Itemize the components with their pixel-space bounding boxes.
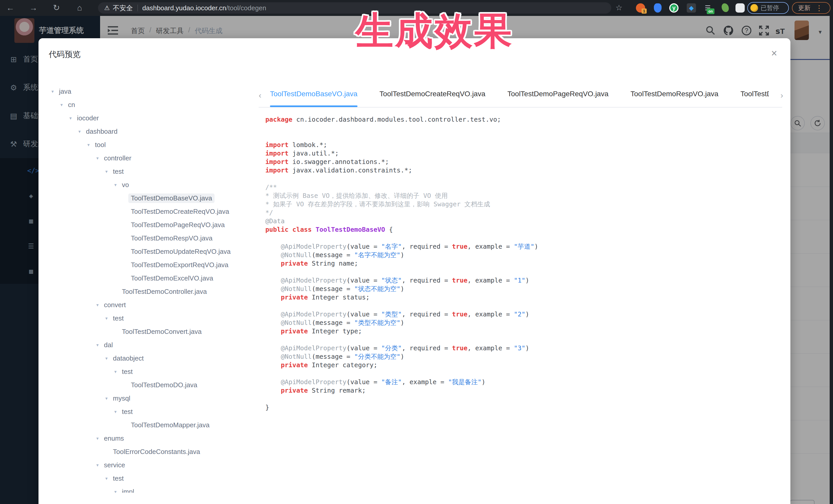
tree-folder[interactable]: ▼dashboard (49, 125, 262, 138)
tree-file[interactable]: ToolErrorCodeConstants.java (49, 445, 262, 458)
tree-expand-caret-icon[interactable]: ▼ (67, 116, 74, 120)
extensions-puzzle-icon[interactable] (736, 3, 745, 13)
tree-expand-caret-icon[interactable]: ▼ (103, 316, 110, 320)
tree-node-label: ToolTestDemoPageReqVO.java (128, 220, 228, 230)
tree-folder[interactable]: ▼test (49, 472, 262, 485)
code-line: import lombok.*; (265, 141, 781, 149)
extension-icon[interactable]: ◆ (687, 3, 696, 13)
tree-expand-caret-icon[interactable]: ▼ (85, 143, 92, 147)
code-line: import javax.validation.constraints.*; (265, 166, 781, 174)
code-line: @NotNull(message = "名字不能为空") (265, 251, 781, 259)
tree-file[interactable]: ToolTestDemoExportReqVO.java (49, 258, 262, 271)
browser-back-icon[interactable]: ← (5, 0, 16, 16)
tree-expand-caret-icon[interactable]: ▼ (94, 303, 101, 307)
tree-node-label: cn (66, 100, 77, 110)
tree-node-label: ToolTestDemoUpdateReqVO.java (128, 247, 233, 256)
tree-file[interactable]: ToolTestDemoMapper.java (49, 418, 262, 432)
browser-scrollbar-strip[interactable] (830, 16, 833, 504)
code-line: @ApiModelProperty(value = "类型", required… (265, 310, 781, 318)
tree-folder[interactable]: ▼test (49, 312, 262, 325)
tree-node-label: ToolTestDemoExportReqVO.java (128, 260, 231, 270)
address-bar[interactable]: ⚠ 不安全 dashboard.yudao.iocoder.cn /tool/c… (98, 2, 611, 14)
tree-expand-caret-icon[interactable]: ▼ (94, 463, 101, 467)
code-line: public class ToolTestDemoBaseVO { (265, 225, 781, 234)
file-tab[interactable]: ToolTestDemoBaseVO.java (270, 84, 357, 107)
browser-menu-icon[interactable]: ⋮ (815, 4, 823, 12)
tree-expand-caret-icon[interactable]: ▼ (76, 129, 84, 134)
tree-expand-caret-icon[interactable]: ▼ (103, 476, 110, 481)
file-tab[interactable]: ToolTestDemoCreateReqVO.java (380, 84, 485, 107)
tree-folder[interactable]: ▼test (49, 365, 262, 378)
code-line (265, 335, 781, 344)
extension-icon[interactable] (722, 3, 729, 12)
file-tab[interactable]: ToolTestDemoRespVO.java (630, 84, 718, 107)
tree-file[interactable]: ToolTestDemoPageReqVO.java (49, 218, 262, 232)
tabs-scroll-right-icon[interactable]: › (780, 91, 783, 100)
not-secure-label: 不安全 (113, 4, 133, 13)
tree-folder[interactable]: ▼test (49, 165, 262, 178)
tree-folder[interactable]: ▼mysql (49, 391, 262, 405)
tree-folder[interactable]: ▼vo (49, 178, 262, 191)
tree-expand-caret-icon[interactable]: ▼ (103, 396, 110, 401)
tree-node-label: test (110, 167, 126, 176)
tree-folder[interactable]: ▼service (49, 458, 262, 472)
tree-file[interactable]: ToolTestDemoUpdateReqVO.java (49, 245, 262, 258)
code-preview-dialog: 代码预览 × ▼java▼cn▼iocoder▼dashboard▼tool▼c… (39, 38, 790, 504)
tree-file[interactable]: ToolTestDemoCreateReqVO.java (49, 205, 262, 218)
tree-folder[interactable]: ▼impl (49, 485, 262, 493)
tree-expand-caret-icon[interactable]: ▼ (103, 169, 110, 174)
tree-folder[interactable]: ▼controller (49, 151, 262, 165)
tree-file[interactable]: ToolTestDemoConvert.java (49, 325, 262, 338)
tree-file[interactable]: ToolTestDemoController.java (49, 285, 262, 298)
dialog-close-icon[interactable]: × (771, 47, 777, 59)
tree-folder[interactable]: ▼cn (49, 98, 262, 111)
browser-home-icon[interactable]: ⌂ (74, 0, 85, 16)
file-tabs: ToolTestDemoBaseVO.javaToolTestDemoCreat… (270, 84, 769, 107)
code-line: @NotNull(message = "类型不能为空") (265, 318, 781, 327)
browser-reload-icon[interactable]: ↻ (51, 0, 62, 16)
tree-expand-caret-icon[interactable]: ▼ (103, 356, 110, 361)
code-line: private String remark; (265, 386, 781, 395)
bookmark-star-icon[interactable]: ☆ (613, 0, 625, 16)
browser-forward-icon[interactable]: → (28, 0, 39, 16)
tree-expand-caret-icon[interactable]: ▼ (112, 410, 119, 414)
tree-file[interactable]: ToolTestDemoExcelVO.java (49, 271, 262, 285)
tree-node-label: test (119, 407, 135, 416)
paused-status-pill[interactable]: 已暂停 (747, 2, 789, 14)
file-tab[interactable]: ToolTestDemoPageReqVO.java (507, 84, 609, 107)
tree-expand-caret-icon[interactable]: ▼ (58, 103, 66, 107)
tree-folder[interactable]: ▼test (49, 405, 262, 418)
tabs-scroll-left-icon[interactable]: ‹ (259, 91, 262, 100)
tree-folder[interactable]: ▼dal (49, 338, 262, 352)
tree-file[interactable]: ToolTestDemoBaseVO.java (49, 191, 262, 205)
code-line: } (265, 403, 781, 412)
tree-file[interactable]: ToolTestDemoDO.java (49, 378, 262, 391)
tree-folder[interactable]: ▼convert (49, 298, 262, 312)
extension-icon[interactable] (654, 3, 662, 13)
tree-expand-caret-icon[interactable]: ▼ (112, 369, 119, 374)
extension-icon[interactable]: 1 (636, 3, 645, 13)
tree-expand-caret-icon[interactable]: ▼ (94, 436, 101, 440)
file-tab[interactable]: ToolTestDemoUpdateReqVO.java (740, 84, 769, 107)
extension-icon[interactable]: y (669, 3, 679, 13)
tree-file[interactable]: ToolTestDemoRespVO.java (49, 232, 262, 245)
code-line (265, 302, 781, 310)
tree-expand-caret-icon[interactable]: ▼ (112, 183, 119, 187)
tree-folder[interactable]: ▼iocoder (49, 111, 262, 125)
tree-folder[interactable]: ▼dataobject (49, 352, 262, 365)
tree-folder[interactable]: ▼enums (49, 432, 262, 445)
tree-folder[interactable]: ▼java (49, 85, 262, 98)
tree-expand-caret-icon[interactable]: ▼ (94, 156, 101, 160)
tree-expand-caret-icon[interactable]: ▼ (94, 343, 101, 347)
tree-expand-caret-icon[interactable]: ▼ (49, 89, 56, 94)
tree-folder[interactable]: ▼tool (49, 138, 262, 151)
url-host: dashboard.yudao.iocoder.cn (142, 4, 227, 12)
tree-node-label: ToolErrorCodeConstants.java (110, 447, 203, 457)
extension-icon[interactable]: ☰on (703, 3, 712, 13)
url-path: /tool/codegen (226, 4, 266, 12)
tree-node-label: service (101, 460, 127, 470)
code-line: @ApiModelProperty(value = "名字", required… (265, 242, 781, 251)
browser-update-button[interactable]: 更新 ⋮ (792, 2, 830, 14)
tree-node-label: ToolTestDemoExcelVO.java (128, 273, 216, 283)
tree-expand-caret-icon[interactable]: ▼ (112, 489, 119, 493)
